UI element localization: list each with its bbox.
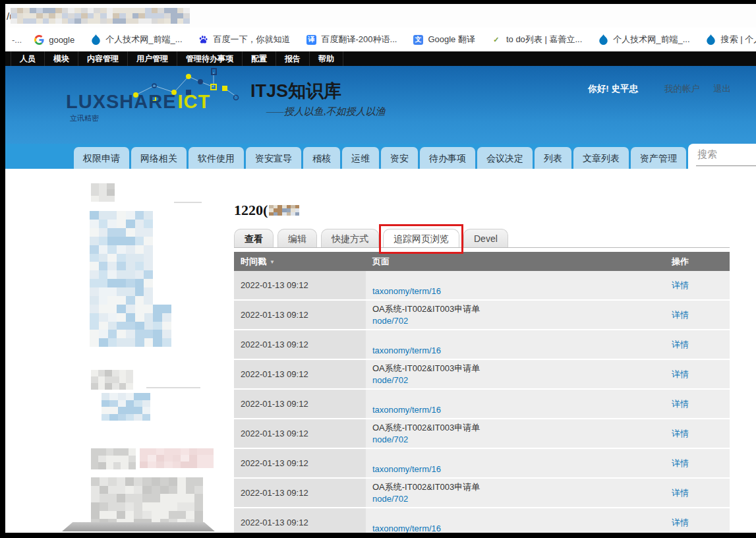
page-link[interactable]: taxonomy/term/16 [372,523,665,533]
details-link[interactable]: 详情 [672,399,689,409]
action-cell: 详情 [665,508,730,533]
table-row: 2022-01-13 09:12taxonomy/term/16详情 [234,448,730,478]
admin-toolbar-item[interactable]: 人员 [11,51,45,66]
details-link[interactable]: 详情 [672,280,689,290]
action-cell: 详情 [665,300,730,330]
main-nav-tab[interactable]: 资产管理 [631,147,686,169]
site-slogan: ——授人以鱼,不如授人以渔 [266,105,385,118]
main-nav-tab[interactable]: 权限申请 [74,147,129,169]
luxshare-logo: LUXSHAREICT 立讯精密 [66,92,210,123]
content-tab[interactable]: 快捷方式 [321,229,379,247]
action-cell: 详情 [665,419,730,448]
search-input[interactable]: 搜索 [696,148,756,166]
bookmark-label: 个人技术网_前端_... [105,34,182,45]
details-link[interactable]: 详情 [672,458,689,468]
page-cell: OA系统-IT002&IT003申请单node/702 [366,300,665,330]
content-tab[interactable]: 查看 [234,229,274,247]
action-cell: 详情 [665,330,730,359]
bookmark-item[interactable]: 个人技术网_前端_... [598,34,689,45]
content-tab[interactable]: Devel [463,229,508,247]
page-link[interactable]: taxonomy/term/16 [372,285,665,297]
admin-toolbar-item[interactable]: 用户管理 [128,51,177,66]
page-cell: taxonomy/term/16 [366,508,665,533]
admin-toolbar-item[interactable]: 管理待办事项 [177,51,243,66]
admin-toolbar-item[interactable]: 报告 [276,51,310,66]
page-title-text: OA系统-IT002&IT003申请单 [372,422,665,434]
bookmark-item[interactable]: 个人技术网_前端_... [90,34,182,45]
my-account-link[interactable]: 我的帐户 [664,83,700,95]
content-tab-label: 查看 [245,233,263,244]
table-row: 2022-01-13 09:12taxonomy/term/16详情 [234,271,730,300]
logout-link[interactable]: 退出 [713,83,731,95]
content-tab[interactable]: 追踪网页浏览 [383,229,459,247]
main-nav-tab[interactable]: 文章列表 [573,147,629,169]
logo-subtitle: 立讯精密 [66,113,210,123]
admin-toolbar-item[interactable]: 内容管理 [78,51,128,66]
details-link[interactable]: 详情 [672,340,689,349]
admin-toolbar-item[interactable]: 模块 [45,51,78,66]
page-link[interactable]: taxonomy/term/16 [372,404,665,416]
redacted-sidebar-menu [102,393,150,421]
bookmark-item[interactable]: google [34,34,74,45]
bookmark-item[interactable]: 百度一下，你就知道 [198,34,291,45]
page-link[interactable]: node/702 [372,493,665,505]
bookmark-label: 个人技术网_前端_... [613,34,689,45]
column-header: 操作 [665,252,730,271]
details-link[interactable]: 详情 [672,488,689,498]
redacted-sidebar-block [91,448,136,469]
column-header[interactable]: 时间戳▼ [234,252,366,271]
table-row: 2022-01-13 09:12OA系统-IT002&IT003申请单node/… [234,359,730,389]
admin-toolbar-item[interactable]: 帮助 [310,51,343,66]
address-bar[interactable]: /user/27/track/navigation [5,4,756,28]
details-link[interactable]: 详情 [672,369,689,379]
details-link[interactable]: 详情 [672,429,689,438]
main-nav-tab[interactable]: 列表 [535,147,571,169]
main-nav-tab[interactable]: 运维 [342,147,379,169]
main-nav-tab[interactable]: 会议决定 [477,147,533,169]
page-title-text [372,452,665,463]
bookmark-item[interactable]: 译百度翻译-200种语... [306,34,397,45]
page-cell: OA系统-IT002&IT003申请单node/702 [366,419,665,448]
details-link[interactable]: 详情 [672,518,689,527]
page-title-text: 1220( [234,202,268,219]
details-link[interactable]: 详情 [672,310,689,320]
drupal-drop-icon [706,34,716,45]
timestamp-cell: 2022-01-13 09:12 [234,271,366,300]
local-tasks-tabs: 查看编辑快捷方式追踪网页浏览Devel [234,225,730,248]
timestamp-cell: 2022-01-13 09:12 [234,359,366,389]
page-link[interactable]: node/702 [372,315,665,327]
main-nav-tab[interactable]: 资安宣导 [246,147,301,169]
bookmark-label: to do列表 | 嘉善立... [506,34,582,45]
content-tab-label: 快捷方式 [332,233,368,244]
sort-desc-icon: ▼ [270,259,275,265]
bookmark-item[interactable]: 文Google 翻译 [413,34,475,45]
main-nav-tab[interactable]: 稽核 [303,147,340,169]
bookmark-label: 百度翻译-200种语... [322,34,397,45]
page-title-text [372,511,665,523]
page-link[interactable]: node/702 [372,374,665,386]
page-link[interactable]: node/702 [372,434,665,446]
bookmarks-bar: -... google个人技术网_前端_...百度一下，你就知道译百度翻译-20… [5,28,756,52]
redacted-sidebar-block [91,370,133,390]
bookmark-overflow-label[interactable]: -... [12,35,22,45]
admin-toolbar-item[interactable]: 配置 [243,51,276,66]
content-tab[interactable]: 编辑 [277,229,317,247]
bookmark-item[interactable]: ✓to do列表 | 嘉善立... [491,34,582,45]
drupal-drop-icon [598,34,608,45]
main-nav-tab[interactable]: 网络相关 [131,147,187,169]
page-link[interactable]: taxonomy/term/16 [372,345,665,357]
main-nav-tab[interactable]: 软件使用 [189,147,244,169]
page-title-text [372,333,665,345]
action-cell: 详情 [665,448,730,478]
page-link[interactable]: taxonomy/term/16 [372,463,665,475]
bookmark-item[interactable]: 搜索 | 个人技术网 [706,34,756,45]
table-row: 2022-01-13 09:12taxonomy/term/16详情 [234,330,730,359]
main-nav-tab[interactable]: 待办事项 [420,147,475,169]
logo-text-accent: ICT [178,91,211,112]
column-header-label: 页面 [372,256,390,266]
content-tab-label: 编辑 [288,233,306,244]
page-cell: OA系统-IT002&IT003申请单node/702 [366,359,665,389]
action-cell: 详情 [665,271,730,300]
main-nav-tab[interactable]: 资安 [381,147,418,169]
timestamp-cell: 2022-01-13 09:12 [234,448,366,478]
